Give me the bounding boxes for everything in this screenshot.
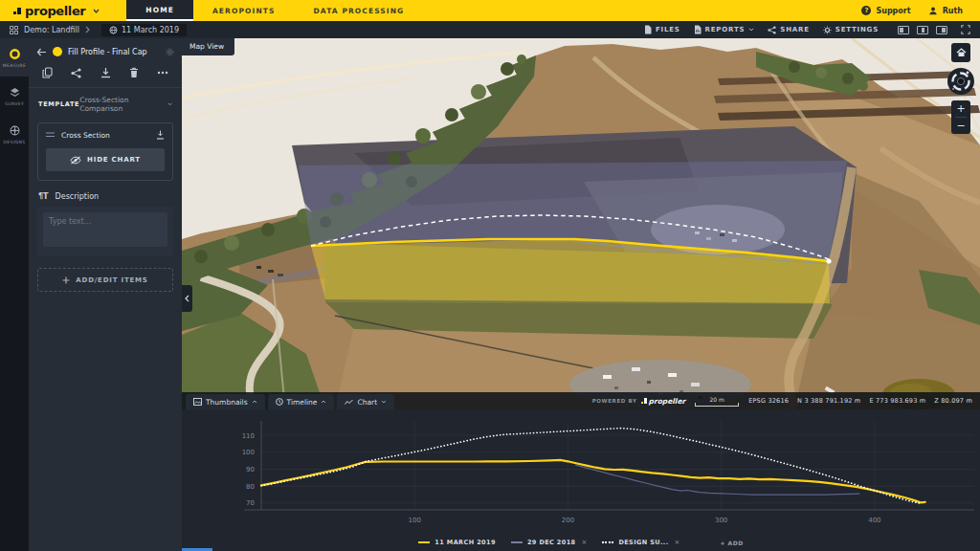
- compass-gyro-control[interactable]: [947, 67, 975, 96]
- map-view-tab[interactable]: Map View: [182, 38, 234, 55]
- chevron-down-icon: [381, 400, 387, 404]
- propeller-logo-icon: [13, 8, 21, 14]
- chart-line-icon: [345, 399, 353, 406]
- rail-item-designs[interactable]: DESIGNS: [0, 115, 29, 153]
- legend-marker: [602, 541, 613, 543]
- panel-collapse-handle[interactable]: [182, 285, 192, 312]
- rail-item-survey[interactable]: SURVEY: [0, 77, 29, 115]
- propeller-logo[interactable]: propeller: [0, 0, 109, 21]
- download-icon[interactable]: [156, 130, 165, 140]
- add-edit-items-button[interactable]: ADD/EDIT ITEMS: [37, 268, 173, 292]
- cross-section-card: Cross Section HIDE CHART: [37, 122, 173, 181]
- svg-text:100: 100: [409, 517, 421, 524]
- hide-chart-button[interactable]: HIDE CHART: [46, 148, 165, 171]
- chart-legend: 11 MARCH 2019 29 DEC 2018 × DESIGN SU...…: [182, 539, 980, 546]
- template-label: TEMPLATE: [38, 100, 79, 108]
- chevron-up-icon: [321, 400, 326, 404]
- legend-remove-button[interactable]: ×: [675, 539, 680, 546]
- tab-aeropoints[interactable]: AEROPOINTS: [193, 0, 295, 21]
- tab-data-processing[interactable]: DATA PROCESSING: [295, 0, 424, 21]
- chevron-down-icon: [748, 28, 754, 32]
- rail-item-measure[interactable]: MEASURE: [0, 38, 29, 77]
- share-measurement-button[interactable]: [71, 68, 81, 78]
- legend-item-11-march-2019[interactable]: 11 MARCH 2019: [418, 539, 496, 546]
- svg-text:80: 80: [246, 483, 255, 491]
- share-button[interactable]: SHARE: [768, 26, 810, 34]
- svg-text:400: 400: [868, 517, 880, 524]
- fullscreen-icon[interactable]: [961, 25, 970, 34]
- epsg-code: EPSG 32616: [748, 397, 789, 405]
- chevron-left-icon: [185, 295, 189, 302]
- file-icon: [644, 25, 652, 34]
- map-scale-bar: 20 m: [695, 396, 739, 407]
- timeline-tab[interactable]: Timeline: [268, 394, 335, 409]
- download-icon: [100, 67, 111, 78]
- delete-button[interactable]: [129, 67, 139, 78]
- northing: N 3 388 791.192 m: [797, 397, 860, 405]
- breadcrumb-site[interactable]: Demo: Landfill: [24, 26, 79, 34]
- svg-text:110: 110: [242, 432, 255, 440]
- zoom-in-button[interactable]: +: [951, 100, 970, 117]
- propeller-brand-mark: propeller: [641, 397, 686, 406]
- propeller-logo-icon: [641, 398, 647, 405]
- measure-icon: [9, 48, 21, 60]
- breadcrumb: Demo: Landfill 11 March 2019: [10, 24, 187, 36]
- legend-item-29-dec-2018[interactable]: 29 DEC 2018 ×: [511, 539, 588, 546]
- svg-text:300: 300: [715, 517, 727, 524]
- chart-tab[interactable]: Chart: [337, 394, 394, 409]
- layout-right-panel-icon[interactable]: [936, 26, 947, 34]
- report-icon: [694, 25, 702, 34]
- chevron-down-icon[interactable]: [93, 9, 100, 13]
- user-icon: [928, 6, 938, 15]
- user-menu[interactable]: Ruth: [928, 6, 963, 15]
- map-3d-view[interactable]: [182, 38, 980, 409]
- copy-icon: [42, 67, 53, 78]
- legend-marker: [418, 541, 430, 543]
- legend-remove-button[interactable]: ×: [582, 539, 588, 546]
- gear-icon[interactable]: [166, 48, 174, 56]
- thumbnails-tab[interactable]: Thumbnails: [186, 394, 265, 409]
- elevation: Z 80.097 m: [934, 397, 972, 405]
- files-button[interactable]: FILES: [644, 25, 680, 34]
- reports-button[interactable]: REPORTS: [694, 25, 755, 34]
- home-view-button[interactable]: [951, 43, 970, 62]
- elevation-profile-chart[interactable]: 708090100110100200300400: [182, 409, 980, 551]
- gear-icon: [823, 26, 832, 34]
- more-options-button[interactable]: [157, 71, 168, 75]
- cross-section-chart-panel: 708090100110100200300400 11 MARCH 2019 2…: [182, 409, 980, 551]
- user-name: Ruth: [943, 7, 963, 15]
- eye-off-icon: [70, 156, 81, 165]
- tab-home[interactable]: HOME: [126, 0, 193, 21]
- svg-text:90: 90: [246, 466, 255, 474]
- layers-icon: [9, 86, 21, 99]
- dataset-selector[interactable]: 11 March 2019: [101, 24, 187, 36]
- description-input[interactable]: [43, 212, 167, 247]
- measurement-color-dot[interactable]: [53, 47, 62, 56]
- layout-left-panel-icon[interactable]: [898, 26, 909, 34]
- drag-handle-icon[interactable]: [46, 132, 55, 138]
- zoom-out-button[interactable]: −: [951, 118, 970, 134]
- svg-text:200: 200: [562, 517, 574, 524]
- legend-marker: [511, 541, 523, 543]
- logo-text: propeller: [25, 4, 85, 18]
- description-zone: [37, 207, 173, 256]
- viewer-bottom-bar: Thumbnails Timeline Chart: [182, 392, 980, 409]
- image-icon: [193, 398, 202, 406]
- chevron-up-icon: [252, 400, 257, 404]
- ellipsis-icon: [157, 71, 168, 75]
- easting: E 773 983.693 m: [869, 397, 925, 405]
- settings-button[interactable]: SETTINGS: [823, 26, 879, 34]
- clock-icon: [276, 398, 283, 406]
- support-button[interactable]: ? Support: [861, 6, 910, 15]
- legend-add-layer-button[interactable]: + ADD: [720, 540, 743, 546]
- template-selector[interactable]: Cross-Section Comparison: [79, 96, 172, 113]
- duplicate-button[interactable]: [42, 67, 53, 78]
- question-icon: ?: [861, 6, 871, 15]
- layout-split-icon[interactable]: [917, 26, 928, 34]
- back-arrow-icon[interactable]: [36, 48, 47, 56]
- trash-icon: [129, 67, 139, 78]
- sites-grid-icon[interactable]: [10, 26, 18, 34]
- cursor-coordinates: EPSG 32616 N 3 388 791.192 m E 773 983.6…: [748, 397, 972, 405]
- legend-item-design-surface[interactable]: DESIGN SU... ×: [602, 539, 679, 546]
- download-button[interactable]: [100, 67, 111, 78]
